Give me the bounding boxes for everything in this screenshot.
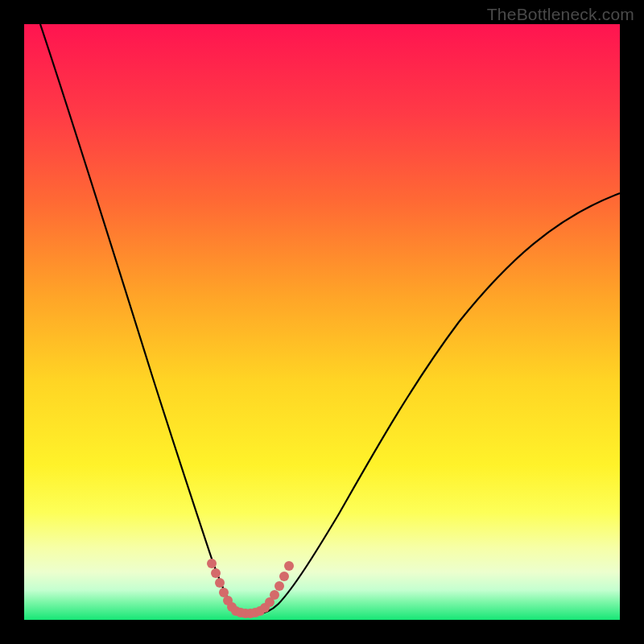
bottleneck-curve (40, 24, 620, 614)
watermark-text: TheBottleneck.com (487, 5, 634, 24)
svg-point-15 (270, 590, 279, 600)
svg-point-3 (215, 578, 225, 588)
plot-area (24, 24, 620, 620)
curve-layer (24, 24, 620, 620)
svg-point-2 (211, 568, 221, 578)
svg-point-16 (275, 581, 284, 591)
chart-frame: TheBottleneck.com (0, 0, 644, 644)
svg-point-18 (284, 561, 294, 571)
svg-point-1 (207, 559, 217, 568)
svg-point-17 (279, 572, 289, 581)
marker-dots (207, 559, 294, 618)
